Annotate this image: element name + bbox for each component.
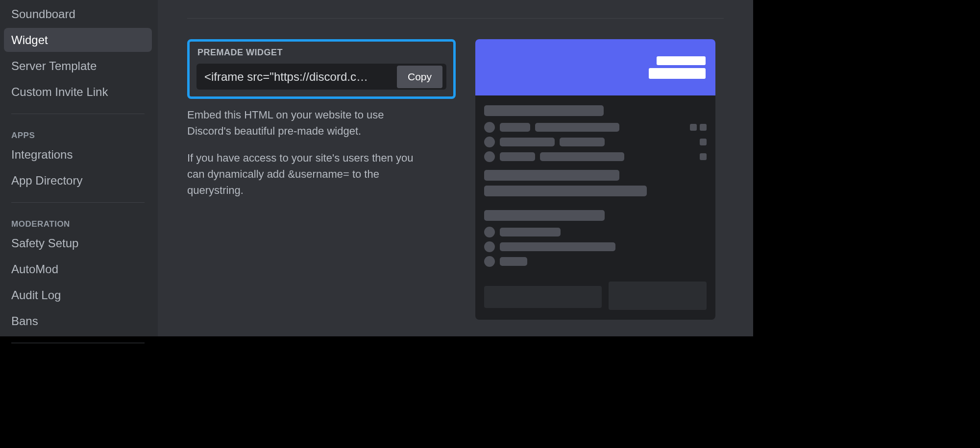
placeholder-bar (500, 228, 561, 236)
sidebar-item-integrations[interactable]: Integrations (4, 142, 152, 166)
sidebar-item-audit-log[interactable]: Audit Log (4, 283, 152, 307)
widget-preview-footer (475, 282, 715, 320)
placeholder-icon (700, 153, 707, 160)
settings-content: PREMADE WIDGET <iframe src="https://disc… (158, 0, 753, 336)
premade-widget-title: PREMADE WIDGET (197, 47, 445, 58)
placeholder-bar (535, 123, 619, 132)
placeholder-row (484, 122, 707, 133)
premade-widget-card: PREMADE WIDGET <iframe src="https://disc… (187, 39, 456, 99)
placeholder-bar (484, 186, 647, 196)
placeholder-row (484, 241, 707, 252)
placeholder-bar (484, 170, 619, 181)
sidebar-header-apps: APPS (4, 131, 152, 141)
premade-widget-column: PREMADE WIDGET <iframe src="https://disc… (187, 39, 456, 320)
placeholder-bar (560, 138, 605, 146)
copy-button[interactable]: Copy (397, 66, 442, 88)
premade-widget-description: Embed this HTML on your website to use D… (187, 107, 422, 198)
placeholder-button (609, 282, 707, 310)
premade-widget-desc-line1: Embed this HTML on your website to use D… (187, 107, 422, 139)
placeholder-row (484, 137, 707, 147)
settings-sidebar: Soundboard Widget Server Template Custom… (0, 0, 158, 336)
placeholder-row (484, 227, 707, 237)
sidebar-item-custom-invite-link[interactable]: Custom Invite Link (4, 80, 152, 104)
placeholder-avatar (484, 241, 495, 252)
placeholder-bar (649, 68, 706, 79)
widget-preview (475, 39, 715, 320)
placeholder-bar (500, 152, 535, 161)
premade-widget-desc-line2: If you have access to your site's users … (187, 150, 422, 198)
placeholder-avatar (484, 151, 495, 162)
placeholder-avatar (484, 122, 495, 133)
placeholder-row (484, 151, 707, 162)
placeholder-bar (484, 210, 605, 221)
sidebar-item-server-template[interactable]: Server Template (4, 54, 152, 78)
placeholder-icon (700, 139, 707, 145)
placeholder-avatar (484, 256, 495, 267)
sidebar-item-bans[interactable]: Bans (4, 309, 152, 333)
widget-preview-header (475, 39, 715, 95)
placeholder-input (484, 286, 602, 308)
placeholder-icon (700, 124, 707, 131)
placeholder-bar (540, 152, 624, 161)
sidebar-item-app-directory[interactable]: App Directory (4, 168, 152, 192)
sidebar-divider (11, 114, 145, 114)
sidebar-item-automod[interactable]: AutoMod (4, 257, 152, 281)
placeholder-avatar (484, 137, 495, 147)
placeholder-bar (500, 242, 615, 251)
sidebar-item-widget[interactable]: Widget (4, 28, 152, 52)
premade-widget-code[interactable]: <iframe src="https://discord.c… (204, 70, 397, 84)
sidebar-item-soundboard[interactable]: Soundboard (4, 2, 152, 26)
sidebar-item-safety-setup[interactable]: Safety Setup (4, 231, 152, 255)
placeholder-bar (500, 123, 530, 132)
content-divider (187, 18, 724, 19)
sidebar-divider (11, 202, 145, 203)
placeholder-bar (500, 138, 555, 146)
placeholder-bar (500, 257, 527, 266)
placeholder-icon (690, 124, 697, 131)
premade-widget-input-row: <iframe src="https://discord.c… Copy (196, 64, 446, 90)
placeholder-bar (484, 105, 604, 116)
placeholder-avatar (484, 227, 495, 237)
sidebar-divider (11, 343, 145, 343)
placeholder-bar (657, 56, 706, 65)
placeholder-row (484, 256, 707, 267)
sidebar-header-moderation: MODERATION (4, 219, 152, 229)
